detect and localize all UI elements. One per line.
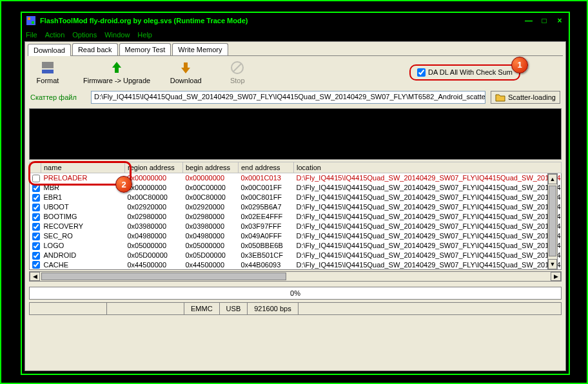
download-icon [178,60,193,75]
col-header-begin[interactable]: begin address [183,162,239,173]
row-checkbox[interactable] [32,252,40,260]
table-row[interactable]: RECOVERY0x039800000x039800000x03F97FFFD:… [30,222,562,231]
close-button[interactable]: × [554,16,565,25]
scatter-loading-button[interactable]: Scatter-loading [491,91,560,104]
vertical-scrollbar[interactable]: ▲ ▼ [547,173,558,270]
cell-location: D:\Fly_IQ4415\IQ4415Quad_SW_20140429_SW0… [294,231,562,241]
row-checkbox[interactable] [32,204,40,211]
cell-begin: 0x00C00000 [183,183,239,193]
checksum-checkbox[interactable] [417,68,426,77]
menu-window[interactable]: Window [104,31,130,39]
firmware-upgrade-button[interactable]: Firmware -> Upgrade [83,60,150,84]
scroll-thumb-v[interactable] [549,186,556,256]
status-usb: USB [220,303,248,314]
cell-region: 0x02920000 [125,202,183,212]
svg-line-6 [233,64,241,72]
stop-label: Stop [230,77,245,84]
toolbar: Format Firmware -> Upgrade Download Stop… [25,56,565,88]
table-row[interactable]: BOOTIMG0x029800000x029800000x02EE4FFFD:\… [30,212,562,222]
menubar: File Action Options Window Help [22,28,569,41]
partition-table: name region address begin address end ad… [29,162,562,270]
cell-region: 0x05000000 [125,241,183,251]
firmware-upgrade-label: Firmware -> Upgrade [83,77,150,84]
minimize-button[interactable]: — [524,16,534,25]
download-button[interactable]: Download [170,60,202,84]
format-button[interactable]: Format [32,60,64,84]
cell-name: PRELOADER [41,173,125,183]
menu-file[interactable]: File [26,31,37,39]
menu-help[interactable]: Help [137,31,152,39]
scroll-down-icon[interactable]: ▼ [548,259,557,269]
partition-table-wrap: 2 name region address begin address end [29,162,562,270]
scatter-path-input[interactable]: D:\Fly_IQ4415\IQ4415Quad_SW_20140429_SW0… [91,91,485,104]
status-cell-blank2 [107,303,184,314]
row-checkbox[interactable] [32,213,40,221]
cell-begin: 0x03980000 [183,222,239,231]
cell-name: CACHE [41,260,125,270]
col-header-location[interactable]: location [294,162,562,173]
tab-readback[interactable]: Read back [72,43,118,55]
menu-options[interactable]: Options [72,31,97,39]
table-row[interactable]: EBR10x00C800000x00C800000x00C801FFD:\Fly… [30,193,562,202]
cell-end: 0x0295B6A7 [239,202,294,212]
client-area: Download Read back Memory Test Write Mem… [24,41,566,371]
cell-region: 0x00C80000 [125,193,183,202]
cell-begin: 0x05000000 [183,241,239,251]
row-checkbox[interactable] [32,194,40,202]
horizontal-scrollbar[interactable]: ◀ ▶ [29,271,562,282]
table-row[interactable]: PRELOADER0x000000000x000000000x0001C013D… [30,173,562,183]
cell-end: 0x049A0FFF [239,231,294,241]
row-checkbox[interactable] [32,233,40,240]
scroll-right-icon[interactable]: ▶ [551,272,561,281]
row-checkbox[interactable] [32,242,40,250]
cell-location: D:\Fly_IQ4415\IQ4415Quad_SW_20140429_SW0… [294,173,562,183]
cell-end: 0x3EB501CF [239,251,294,260]
scatter-loading-label: Scatter-loading [508,93,556,101]
col-header-check[interactable] [30,162,41,173]
row-checkbox[interactable] [32,184,40,192]
window-title: FlashToolMod fly-droid.org by oleg.svs (… [40,17,524,24]
tab-writemem[interactable]: Write Memory [172,43,228,55]
col-header-name[interactable]: name [41,162,125,173]
cell-name: RECOVERY [41,222,125,231]
table-row[interactable]: MBR0x000000000x00C000000x00C001FFD:\Fly_… [30,183,562,193]
table-row[interactable]: UBOOT0x029200000x029200000x0295B6A7D:\Fl… [30,202,562,212]
table-header-row: name region address begin address end ad… [30,162,562,173]
cell-region: 0x03980000 [125,222,183,231]
col-header-end[interactable]: end address [239,162,294,173]
table-row[interactable]: LOGO0x050000000x050000000x050BBE6BD:\Fly… [30,241,562,251]
scroll-up-icon[interactable]: ▲ [548,174,557,184]
cell-end: 0x03F97FFF [239,222,294,231]
cell-begin: 0x00000000 [183,173,239,183]
status-emmc: EMMC [184,303,220,314]
stop-button[interactable]: Stop [221,60,253,84]
callout-badge-1: 1 [511,57,528,73]
status-baud: 921600 bps [248,303,299,314]
folder-icon [495,93,505,102]
scroll-thumb-h[interactable] [41,273,286,280]
firmware-upgrade-icon [109,60,124,75]
scroll-left-icon[interactable]: ◀ [30,272,40,281]
table-row[interactable]: CACHE0x445000000x445000000x44B06093D:\Fl… [30,260,562,270]
format-icon [40,60,55,75]
tab-memtest[interactable]: Memory Test [119,43,172,55]
row-checkbox[interactable] [32,175,40,182]
table-row[interactable]: ANDROID0x05D000000x05D000000x3EB501CFD:\… [30,251,562,260]
menu-action[interactable]: Action [45,31,65,39]
cell-region: 0x00000000 [125,173,183,183]
status-cell-blank3 [299,303,561,314]
row-checkbox[interactable] [32,223,40,231]
col-header-region[interactable]: region address [125,162,183,173]
table-row[interactable]: SEC_RO0x049800000x049800000x049A0FFFD:\F… [30,231,562,241]
cell-region: 0x02980000 [125,212,183,222]
maximize-button[interactable]: □ [539,16,549,25]
checksum-option: DA DL All With Check Sum 1 [409,64,520,81]
row-checkbox[interactable] [32,261,40,269]
svg-rect-1 [28,17,30,20]
cell-end: 0x44B06093 [239,260,294,270]
svg-rect-4 [42,70,54,73]
app-window: FlashToolMod fly-droid.org by oleg.svs (… [21,12,570,375]
cell-begin: 0x04980000 [183,231,239,241]
tab-download[interactable]: Download [28,44,71,56]
format-label: Format [37,77,59,84]
